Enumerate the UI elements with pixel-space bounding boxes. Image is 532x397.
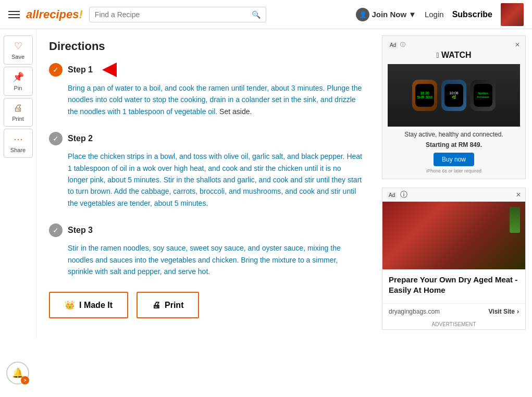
left-sidebar: ♡ Save 📌 Pin 🖨 Print ⋯ Share bbox=[0, 29, 36, 339]
step-3-text: Stir in the ramen noodles, soy sauce, sw… bbox=[68, 242, 363, 277]
step-1-text: Bring a pan of water to a boil, and cook… bbox=[68, 82, 363, 117]
step-1-normal-text: Set aside. bbox=[219, 107, 252, 116]
red-arrow-icon bbox=[102, 63, 117, 77]
ad-tag: Ad bbox=[388, 42, 398, 48]
watch-image: 18:205HR 36M 10:08🌿 NotificsIncrease bbox=[388, 64, 520, 127]
chevron-down-icon: ▼ bbox=[409, 10, 416, 19]
header-thumbnail[interactable] bbox=[501, 3, 524, 26]
save-label: Save bbox=[11, 54, 24, 60]
search-input[interactable] bbox=[95, 10, 252, 19]
buy-now-button[interactable]: Buy now bbox=[434, 153, 474, 166]
share-label: Share bbox=[10, 147, 26, 153]
meat-ad-tag: Ad bbox=[387, 192, 397, 198]
header-right: 👤 Join Now ▼ Login Subscribe bbox=[356, 3, 524, 26]
right-sidebar: Ad ⓘ ✕  WATCH 18:205HR 36M 10:08🌿 Noti bbox=[376, 29, 532, 339]
pin-button[interactable]: 📌 Pin bbox=[4, 67, 33, 96]
ad-close-icon[interactable]: ✕ bbox=[515, 41, 520, 48]
directions-title: Directions bbox=[49, 40, 363, 53]
page-layout: ♡ Save 📌 Pin 🖨 Print ⋯ Share Directions … bbox=[0, 29, 532, 339]
heart-icon: ♡ bbox=[14, 40, 22, 52]
print-label: Print bbox=[165, 301, 183, 310]
join-now-label: Join Now bbox=[372, 10, 406, 19]
search-icon[interactable]: 🔍 bbox=[252, 10, 261, 19]
meat-ad: Ad ⓘ ✕ Prepare Your Own Dry Aged Meat - … bbox=[382, 188, 526, 330]
pin-label: Pin bbox=[14, 85, 22, 91]
step-2-block: ✓ Step 2 Place the chicken strips in a b… bbox=[49, 132, 363, 209]
watch-screen-left: 18:205HR 36M bbox=[415, 84, 434, 107]
watch-screen-right: NotificsIncrease bbox=[474, 84, 492, 107]
print-sidebar-button[interactable]: 🖨 Print bbox=[4, 98, 33, 127]
meat-ad-domain: dryagingbags.com bbox=[389, 308, 440, 315]
step-2-header: ✓ Step 2 bbox=[49, 132, 363, 145]
apple-watch-ad: Ad ⓘ ✕  WATCH 18:205HR 36M 10:08🌿 Noti bbox=[382, 35, 526, 179]
ad-info-icon[interactable]: ⓘ bbox=[400, 41, 405, 48]
print-icon: 🖨 bbox=[14, 103, 23, 114]
search-bar: 🔍 bbox=[89, 7, 266, 22]
print-label: Print bbox=[12, 116, 24, 122]
step-1-block: ✓ Step 1 Bring a pan of water to a boil,… bbox=[49, 63, 363, 117]
logo-exclaim: ! bbox=[79, 8, 83, 21]
step-2-check: ✓ bbox=[49, 132, 63, 145]
apple-watch-title:  WATCH bbox=[388, 51, 520, 60]
header: allrecipes! 🔍 👤 Join Now ▼ Login Subscri… bbox=[0, 0, 532, 29]
ad-label-1: Ad ⓘ ✕ bbox=[388, 41, 520, 48]
step-3-label: Step 3 bbox=[68, 226, 93, 235]
printer-icon: 🖨 bbox=[152, 301, 160, 310]
login-button[interactable]: Login bbox=[425, 10, 444, 19]
advertisement-label: ADVERTISEMENT bbox=[382, 319, 525, 329]
made-it-label: I Made It bbox=[79, 301, 113, 310]
watch-screen-center: 10:08🌿 bbox=[444, 84, 463, 107]
meat-ad-title: Prepare Your Own Dry Aged Meat - Easily … bbox=[389, 275, 519, 295]
step-3-block: ✓ Step 3 Stir in the ramen noodles, soy … bbox=[49, 224, 363, 277]
chef-icon: 👑 bbox=[65, 300, 75, 310]
meat-ad-header: Ad ⓘ ✕ bbox=[382, 188, 525, 202]
watch-title-label: WATCH bbox=[441, 51, 471, 59]
watch-right: NotificsIncrease bbox=[471, 80, 496, 111]
meat-ad-info-icon[interactable]: ⓘ bbox=[400, 190, 407, 200]
meat-garnish bbox=[510, 207, 520, 233]
step-3-header: ✓ Step 3 bbox=[49, 224, 363, 237]
join-now-button[interactable]: 👤 Join Now ▼ bbox=[356, 8, 416, 21]
watch-group: 18:205HR 36M 10:08🌿 NotificsIncrease bbox=[412, 80, 496, 111]
chevron-right-icon: › bbox=[517, 308, 519, 315]
share-button[interactable]: ⋯ Share bbox=[4, 129, 33, 158]
menu-icon[interactable] bbox=[8, 11, 20, 18]
pin-icon: 📌 bbox=[13, 71, 24, 83]
step-2-text: Place the chicken strips in a bowl, and … bbox=[68, 151, 363, 209]
user-icon: 👤 bbox=[356, 8, 369, 21]
watch-left: 18:205HR 36M bbox=[412, 80, 437, 111]
subscribe-button[interactable]: Subscribe bbox=[452, 10, 492, 19]
save-button[interactable]: ♡ Save bbox=[4, 35, 33, 65]
main-content: Directions ✓ Step 1 Bring a pan of water… bbox=[36, 29, 376, 339]
meat-ad-close-icon[interactable]: ✕ bbox=[516, 191, 521, 198]
logo[interactable]: allrecipes! bbox=[26, 8, 83, 21]
visit-site-button[interactable]: Visit Site › bbox=[489, 308, 519, 315]
apple-watch-tagline: Stay active, healthy and connected. bbox=[388, 131, 520, 138]
step-2-label: Step 2 bbox=[68, 134, 93, 143]
step-1-header: ✓ Step 1 bbox=[49, 63, 363, 77]
share-icon: ⋯ bbox=[14, 133, 23, 145]
meat-ad-body: Prepare Your Own Dry Aged Meat - Easily … bbox=[382, 269, 525, 303]
bottom-buttons: 👑 I Made It 🖨 Print bbox=[49, 292, 363, 329]
print-button[interactable]: 🖨 Print bbox=[137, 292, 199, 318]
visit-site-label: Visit Site bbox=[489, 308, 515, 315]
step-1-label: Step 1 bbox=[68, 65, 93, 75]
step-3-check: ✓ bbox=[49, 224, 63, 237]
watch-center: 10:08🌿 bbox=[441, 80, 466, 111]
apple-watch-price: Starting at RM 849. bbox=[388, 141, 520, 148]
meat-ad-footer: dryagingbags.com Visit Site › bbox=[382, 303, 525, 319]
step-1-check: ✓ bbox=[49, 63, 63, 77]
apple-watch-fine-print: iPhone 6s or later required bbox=[388, 168, 520, 173]
made-it-button[interactable]: 👑 I Made It bbox=[49, 292, 128, 318]
meat-image bbox=[382, 202, 525, 269]
